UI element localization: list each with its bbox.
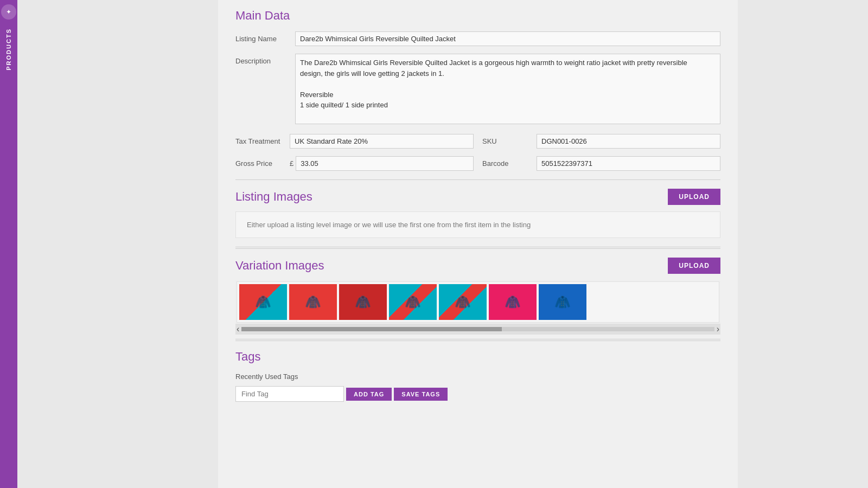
listing-images-empty-message: Either upload a listing level image or w… — [235, 211, 720, 238]
jacket-icon-4: 🧥 — [405, 294, 421, 310]
listing-images-header: Listing Images UPLOAD — [235, 189, 720, 205]
barcode-label: Barcode — [482, 159, 537, 168]
jacket-icon-1: 🧥 — [255, 294, 271, 310]
description-textarea[interactable]: The Dare2b Whimsical Girls Reversible Qu… — [295, 54, 720, 124]
listing-name-label: Listing Name — [235, 31, 295, 43]
variation-images-strip-wrapper: 🧥 🧥 🧥 🧥 🧥 🧥 🧥 — [235, 280, 720, 335]
sku-input[interactable] — [537, 134, 720, 149]
variation-image-4[interactable]: 🧥 — [389, 284, 437, 320]
price-col: Gross Price £ — [235, 156, 474, 171]
sidebar-nav-label[interactable]: PRODUCTS — [5, 28, 12, 70]
save-tags-button[interactable]: SAVE TAGS — [394, 388, 448, 401]
right-spacer — [738, 0, 868, 488]
tags-title: Tags — [235, 350, 720, 364]
strip-next-button[interactable]: › — [717, 324, 719, 334]
variation-image-7[interactable]: 🧥 — [539, 284, 586, 320]
description-wrapper: The Dare2b Whimsical Girls Reversible Qu… — [295, 54, 720, 126]
strip-scrollbar[interactable] — [241, 327, 714, 331]
variation-image-6[interactable]: 🧥 — [489, 284, 537, 320]
recently-used-tags-label: Recently Used Tags — [235, 373, 720, 381]
gross-price-input[interactable] — [296, 156, 474, 171]
variation-images-upload-button[interactable]: UPLOAD — [668, 258, 720, 274]
description-label: Description — [235, 54, 295, 65]
divider-3 — [235, 248, 720, 249]
tags-section: Tags Recently Used Tags ADD TAG SAVE TAG… — [235, 350, 720, 402]
jacket-icon-3: 🧥 — [355, 294, 371, 310]
variation-images-header: Variation Images UPLOAD — [235, 258, 720, 274]
tags-find-row: ADD TAG SAVE TAGS — [235, 386, 720, 402]
currency-symbol: £ — [290, 159, 293, 168]
left-spacer — [17, 0, 218, 488]
variation-image-5[interactable]: 🧥 — [439, 284, 487, 320]
listing-images-upload-button[interactable]: UPLOAD — [668, 189, 720, 205]
sidebar-logo: ✦ — [1, 4, 16, 20]
listing-name-row: Listing Name — [235, 31, 720, 46]
divider-2 — [235, 247, 720, 247]
find-tag-input[interactable] — [235, 386, 344, 402]
strip-prev-button[interactable]: ‹ — [237, 324, 239, 334]
tax-label: Tax Treatment — [235, 137, 290, 145]
tax-sku-row: Tax Treatment SKU — [235, 134, 720, 149]
variation-image-1[interactable]: 🧥 — [239, 284, 287, 320]
divider-4 — [235, 339, 720, 339]
variation-images-strip: 🧥 🧥 🧥 🧥 🧥 🧥 🧥 — [237, 281, 719, 323]
strip-scrollbar-thumb — [241, 327, 501, 331]
tax-col: Tax Treatment — [235, 134, 474, 149]
tax-input[interactable] — [290, 134, 474, 149]
listing-images-title: Listing Images — [235, 190, 312, 204]
jacket-icon-6: 🧥 — [505, 294, 521, 310]
jacket-icon-5: 🧥 — [455, 294, 471, 310]
sku-col: SKU — [482, 134, 720, 149]
jacket-icon-7: 🧥 — [554, 294, 571, 310]
variation-image-2[interactable]: 🧥 — [289, 284, 337, 320]
sidebar: ✦ PRODUCTS — [0, 0, 17, 488]
description-row: Description The Dare2b Whimsical Girls R… — [235, 54, 720, 126]
price-barcode-row: Gross Price £ Barcode — [235, 156, 720, 171]
barcode-input[interactable] — [537, 156, 720, 171]
barcode-col: Barcode — [482, 156, 720, 171]
jacket-icon-2: 🧥 — [305, 294, 321, 310]
logo-icon: ✦ — [6, 8, 11, 16]
variation-images-title: Variation Images — [235, 259, 324, 273]
divider-5 — [235, 341, 720, 341]
gross-price-label: Gross Price — [235, 159, 290, 168]
listing-name-input[interactable] — [295, 31, 720, 46]
divider-1 — [235, 179, 720, 180]
main-content: Main Data Listing Name Description The D… — [218, 0, 738, 488]
sku-label: SKU — [482, 137, 537, 145]
variation-image-3[interactable]: 🧥 — [339, 284, 387, 320]
main-data-title: Main Data — [235, 9, 720, 23]
add-tag-button[interactable]: ADD TAG — [346, 388, 392, 401]
